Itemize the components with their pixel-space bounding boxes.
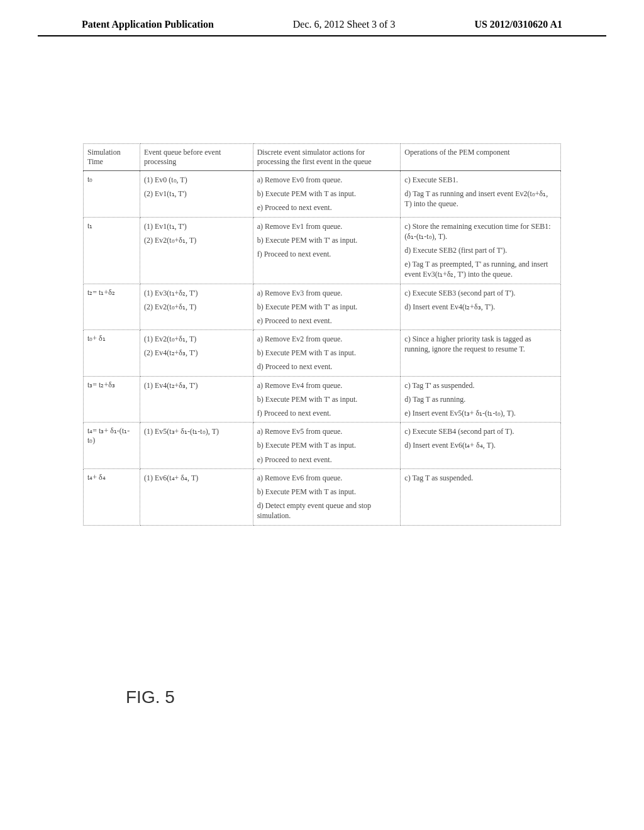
cell-actions: a) Remove Ev0 from queue.b) Execute PEM … (253, 171, 401, 218)
queue-item: (1) Ev2(t₀+δ₁, T) (144, 334, 249, 344)
action-item: b) Execute PEM with T as input. (257, 189, 397, 199)
action-item: d) Detect empty event queue and stop sim… (257, 501, 397, 521)
header-left: Patent Application Publication (82, 19, 214, 30)
header-time: Simulation Time (84, 144, 140, 171)
action-item: b) Execute PEM with T as input. (257, 440, 397, 450)
pem-item: c) Tag T as suspended. (404, 473, 557, 483)
cell-time: t₀ (84, 171, 140, 218)
cell-pem: c) Execute SEB1.d) Tag T as running and … (401, 171, 561, 218)
queue-item: (1) Ev1(t₁, T') (144, 221, 249, 231)
action-item: b) Execute PEM with T' as input. (257, 235, 397, 245)
action-item: a) Remove Ev2 from queue. (257, 334, 397, 344)
cell-queue: (1) Ev1(t₁, T')(2) Ev2(t₀+δ₁, T) (140, 217, 253, 284)
action-item: f) Proceed to next event. (257, 249, 397, 259)
cell-pem: c) Tag T' as suspended.d) Tag T as runni… (401, 376, 561, 423)
header-center: Dec. 6, 2012 Sheet 3 of 3 (293, 19, 396, 30)
cell-pem: c) Since a higher priority task is tagge… (401, 330, 561, 377)
action-item: b) Execute PEM with T as input. (257, 348, 397, 358)
header-pem: Operations of the PEM component (401, 144, 561, 171)
pem-item: d) Insert event Ev4(t₂+δ₃, T'). (404, 302, 557, 312)
cell-pem: c) Execute SEB3 (second part of T').d) I… (401, 284, 561, 330)
cell-actions: a) Remove Ev3 from queue.b) Execute PEM … (253, 284, 401, 330)
cell-pem: c) Execute SEB4 (second part of T).d) In… (401, 423, 561, 469)
header-actions: Discrete event simulator actions for pro… (253, 144, 401, 171)
action-item: a) Remove Ev5 from queue. (257, 426, 397, 436)
table-row: t₄+ δ₄(1) Ev6(t₄+ δ₄, T)a) Remove Ev6 fr… (84, 468, 561, 525)
queue-item: (2) Ev4(t₂+δ₃, T') (144, 348, 249, 358)
cell-queue: (1) Ev2(t₀+δ₁, T)(2) Ev4(t₂+δ₃, T') (140, 330, 253, 377)
cell-pem: c) Tag T as suspended. (401, 468, 561, 525)
pem-item: c) Execute SEB1. (404, 175, 557, 185)
cell-queue: (1) Ev5(t₃+ δ₁-(t₁-t₀), T) (140, 423, 253, 469)
cell-actions: a) Remove Ev6 from queue.b) Execute PEM … (253, 468, 401, 525)
pem-item: e) Insert event Ev5(t₃+ δ₁-(t₁-t₀), T). (404, 408, 557, 418)
pem-item: d) Insert event Ev6(t₄+ δ₄, T). (404, 440, 557, 450)
pem-item: c) Tag T' as suspended. (404, 380, 557, 390)
cell-queue: (1) Ev3(t₁+δ₂, T')(2) Ev2(t₀+δ₁, T) (140, 284, 253, 330)
queue-item: (1) Ev5(t₃+ δ₁-(t₁-t₀), T) (144, 426, 249, 436)
action-item: e) Proceed to next event. (257, 316, 397, 326)
queue-item: (1) Ev6(t₄+ δ₄, T) (144, 473, 249, 483)
action-item: b) Execute PEM with T' as input. (257, 302, 397, 312)
cell-time: t₃= t₂+δ₃ (84, 376, 140, 423)
pem-item: c) Store the remaining execution time fo… (404, 221, 557, 241)
action-item: e) Proceed to next event. (257, 455, 397, 465)
action-item: a) Remove Ev1 from queue. (257, 221, 397, 231)
cell-queue: (1) Ev0 (t₀, T)(2) Ev1(t₁, T') (140, 171, 253, 218)
table-header-row: Simulation Time Event queue before event… (84, 144, 561, 171)
queue-item: (2) Ev1(t₁, T') (144, 189, 249, 199)
action-item: a) Remove Ev6 from queue. (257, 473, 397, 483)
action-item: a) Remove Ev0 from queue. (257, 175, 397, 185)
simulation-table: Simulation Time Event queue before event… (83, 143, 561, 526)
cell-queue: (1) Ev6(t₄+ δ₄, T) (140, 468, 253, 525)
action-item: b) Execute PEM with T' as input. (257, 394, 397, 404)
cell-time: t₄+ δ₄ (84, 468, 140, 525)
action-item: a) Remove Ev3 from queue. (257, 288, 397, 298)
table-row: t₂= t₁+δ₂(1) Ev3(t₁+δ₂, T')(2) Ev2(t₀+δ₁… (84, 284, 561, 330)
pem-item: d) Execute SEB2 (first part of T'). (404, 245, 557, 255)
cell-actions: a) Remove Ev2 from queue.b) Execute PEM … (253, 330, 401, 377)
table-row: t₄= t₃+ δ₁-(t₁-t₀)(1) Ev5(t₃+ δ₁-(t₁-t₀)… (84, 423, 561, 469)
pem-item: d) Tag T as running. (404, 394, 557, 404)
pem-item: e) Tag T as preempted, T' as running, an… (404, 259, 557, 279)
pem-item: d) Tag T as running and insert event Ev2… (404, 189, 557, 209)
cell-queue: (1) Ev4(t₂+δ₃, T') (140, 376, 253, 423)
table-row: t₀+ δ₁(1) Ev2(t₀+δ₁, T)(2) Ev4(t₂+δ₃, T'… (84, 330, 561, 377)
cell-pem: c) Store the remaining execution time fo… (401, 217, 561, 284)
action-item: f) Proceed to next event. (257, 408, 397, 418)
queue-item: (1) Ev4(t₂+δ₃, T') (144, 380, 249, 390)
action-item: d) Proceed to next event. (257, 362, 397, 372)
table-row: t₀(1) Ev0 (t₀, T)(2) Ev1(t₁, T')a) Remov… (84, 171, 561, 218)
queue-item: (2) Ev2(t₀+δ₁, T) (144, 235, 249, 245)
cell-time: t₂= t₁+δ₂ (84, 284, 140, 330)
cell-time: t₄= t₃+ δ₁-(t₁-t₀) (84, 423, 140, 469)
table-row: t₁(1) Ev1(t₁, T')(2) Ev2(t₀+δ₁, T)a) Rem… (84, 217, 561, 284)
header-right: US 2012/0310620 A1 (474, 19, 562, 30)
queue-item: (1) Ev0 (t₀, T) (144, 175, 249, 185)
header-queue: Event queue before event processing (140, 144, 253, 171)
action-item: e) Proceed to next event. (257, 202, 397, 213)
action-item: b) Execute PEM with T as input. (257, 487, 397, 497)
pem-item: c) Since a higher priority task is tagge… (404, 334, 557, 354)
action-item: a) Remove Ev4 from queue. (257, 380, 397, 390)
cell-time: t₀+ δ₁ (84, 330, 140, 377)
pem-item: c) Execute SEB4 (second part of T). (404, 426, 557, 436)
figure-label: FIG. 5 (126, 687, 175, 707)
queue-item: (1) Ev3(t₁+δ₂, T') (144, 288, 249, 298)
cell-time: t₁ (84, 217, 140, 284)
cell-actions: a) Remove Ev1 from queue.b) Execute PEM … (253, 217, 401, 284)
page-header: Patent Application Publication Dec. 6, 2… (38, 0, 606, 36)
cell-actions: a) Remove Ev5 from queue.b) Execute PEM … (253, 423, 401, 469)
queue-item: (2) Ev2(t₀+δ₁, T) (144, 302, 249, 312)
pem-item: c) Execute SEB3 (second part of T'). (404, 288, 557, 298)
cell-actions: a) Remove Ev4 from queue.b) Execute PEM … (253, 376, 401, 423)
table-row: t₃= t₂+δ₃(1) Ev4(t₂+δ₃, T')a) Remove Ev4… (84, 376, 561, 423)
